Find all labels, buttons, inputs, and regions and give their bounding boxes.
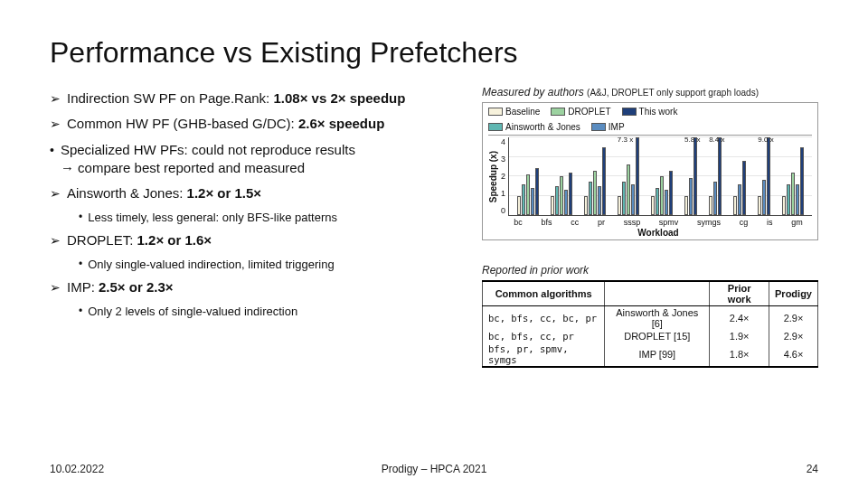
prior-work-table: Common algorithms Prior work Prodigy bc,… bbox=[482, 280, 818, 368]
text-bold: 1.08× vs 2× speedup bbox=[273, 90, 405, 106]
table-row: bfs, pr, spmv, symgs IMP [99] 1.8× 4.6× bbox=[483, 343, 818, 367]
cell: Ainsworth & Jones [6] bbox=[605, 306, 710, 331]
dot-icon: • bbox=[79, 257, 82, 272]
cell: 2.9× bbox=[769, 330, 818, 343]
bullet-aj: ➢ Ainsworth & Jones: 1.2× or 1.5× bbox=[50, 184, 466, 202]
bar bbox=[733, 196, 737, 216]
bullet-text: DROPLET: 1.2× or 1.6× bbox=[67, 231, 466, 249]
legend-aj: Ainsworth & Jones bbox=[488, 122, 580, 132]
chart-annotation: 8.4 x bbox=[709, 136, 724, 144]
plot-area: Speedup (x) 4 3 2 1 0 7.3 x5.8 x8.4 x9.0… bbox=[488, 137, 812, 216]
text-small: (A&J, DROPLET only support graph loads) bbox=[587, 88, 759, 98]
col-header: Prodigy bbox=[769, 281, 818, 306]
slide: Performance vs Existing Prefetchers ➢ In… bbox=[0, 0, 868, 488]
dot-icon: • bbox=[50, 141, 54, 159]
bar bbox=[531, 188, 534, 215]
bar bbox=[598, 186, 601, 215]
bar-group bbox=[517, 137, 539, 215]
bar bbox=[782, 196, 786, 216]
text-bold: 2.6× speedup bbox=[298, 116, 384, 131]
category-label: bc bbox=[514, 218, 523, 227]
category-label: bfs bbox=[542, 218, 552, 227]
bar-group: 9.0 x bbox=[758, 137, 770, 215]
category-label: symgs bbox=[697, 218, 721, 227]
text: Ainsworth & Jones: bbox=[67, 185, 187, 201]
category-label: cg bbox=[740, 218, 749, 227]
bullet-droplet: ➢ DROPLET: 1.2× or 1.6× bbox=[50, 231, 466, 249]
bullet-text: Specialized HW PFs: could not reproduce … bbox=[61, 141, 466, 178]
bar bbox=[535, 168, 539, 215]
footer-title: Prodigy – HPCA 2021 bbox=[382, 463, 487, 475]
col-header: Common algorithms bbox=[483, 281, 605, 306]
page-title: Performance vs Existing Prefetchers bbox=[50, 36, 818, 70]
chevron-right-icon: ➢ bbox=[50, 231, 61, 249]
bar bbox=[522, 184, 525, 215]
bullet-indirection-swpf: ➢ Indirection SW PF on Page.Rank: 1.08× … bbox=[50, 89, 466, 108]
swatch-icon bbox=[622, 108, 637, 116]
chevron-right-icon: ➢ bbox=[50, 89, 61, 108]
bar bbox=[569, 173, 572, 215]
x-axis-label: Workload bbox=[505, 228, 812, 238]
bar bbox=[713, 182, 717, 215]
y-axis-label: Speedup (x) bbox=[488, 151, 498, 202]
text-bold: 1.2× or 1.6× bbox=[137, 232, 212, 248]
category-label: gm bbox=[791, 218, 803, 227]
bar-group bbox=[782, 137, 804, 215]
bar-group: 8.4 x bbox=[709, 137, 722, 215]
cell: 2.4× bbox=[710, 306, 769, 331]
sub-bullet-droplet: • Only single-valued indirection, limite… bbox=[79, 257, 466, 273]
text-italic: Reported in prior work bbox=[482, 264, 589, 277]
sub-bullet-aj: • Less timely, less general: only BFS-li… bbox=[79, 210, 466, 226]
tick: 4 bbox=[501, 137, 505, 146]
bar bbox=[758, 196, 761, 216]
bar-group bbox=[584, 137, 606, 215]
bar bbox=[693, 137, 697, 215]
text: DROPLET bbox=[568, 107, 610, 117]
cell: bfs, pr, spmv, symgs bbox=[483, 343, 605, 367]
bar bbox=[627, 164, 630, 215]
bar-group: 7.3 x bbox=[618, 137, 639, 215]
slide-footer: 10.02.2022 Prodigy – HPCA 2021 24 bbox=[50, 463, 818, 475]
legend-baseline: Baseline bbox=[488, 107, 540, 117]
bar-group bbox=[651, 137, 673, 215]
text: Baseline bbox=[505, 107, 540, 117]
chart-annotation: 9.0 x bbox=[758, 136, 773, 144]
cell: 1.8× bbox=[710, 343, 769, 367]
cell: DROPLET [15] bbox=[605, 330, 710, 343]
bar bbox=[718, 137, 722, 215]
speedup-chart: Baseline DROPLET This work Ainsworth & J… bbox=[482, 102, 818, 240]
legend-imp: IMP bbox=[591, 122, 625, 132]
col-header: Prior work bbox=[710, 281, 769, 306]
bullet-imp: ➢ IMP: 2.5× or 2.3× bbox=[50, 278, 466, 296]
bar bbox=[517, 196, 521, 216]
swatch-icon bbox=[488, 123, 503, 131]
bar bbox=[551, 196, 554, 216]
bar bbox=[684, 196, 688, 216]
bar-group bbox=[733, 137, 746, 215]
table-caption: Reported in prior work bbox=[482, 264, 818, 277]
bar bbox=[800, 147, 804, 215]
plot: 7.3 x5.8 x8.4 x9.0 x bbox=[508, 137, 812, 216]
bar bbox=[622, 182, 626, 215]
bar bbox=[618, 196, 621, 216]
bar bbox=[555, 186, 559, 215]
right-column: Measured by authors (A&J, DROPLET only s… bbox=[482, 86, 818, 368]
bar bbox=[584, 196, 588, 216]
tick: 3 bbox=[501, 155, 505, 164]
cell: 1.9× bbox=[710, 330, 769, 343]
category-label: spmv bbox=[659, 218, 679, 227]
footer-page-number: 24 bbox=[807, 463, 818, 475]
tick: 2 bbox=[501, 172, 505, 181]
bar bbox=[589, 182, 592, 215]
bar bbox=[636, 137, 639, 215]
swatch-icon bbox=[488, 108, 503, 116]
chart-legend: Baseline DROPLET This work Ainsworth & J… bbox=[488, 107, 812, 136]
legend-droplet: DROPLET bbox=[551, 107, 610, 117]
columns: ➢ Indirection SW PF on Page.Rank: 1.08× … bbox=[50, 86, 818, 368]
chart-caption-top: Measured by authors (A&J, DROPLET only s… bbox=[482, 86, 818, 99]
bar-group bbox=[551, 137, 572, 215]
bar bbox=[526, 174, 530, 215]
left-column: ➢ Indirection SW PF on Page.Rank: 1.08× … bbox=[50, 86, 466, 368]
chart-annotation: 5.8 x bbox=[684, 136, 700, 144]
y-axis-ticks: 4 3 2 1 0 bbox=[501, 137, 505, 215]
